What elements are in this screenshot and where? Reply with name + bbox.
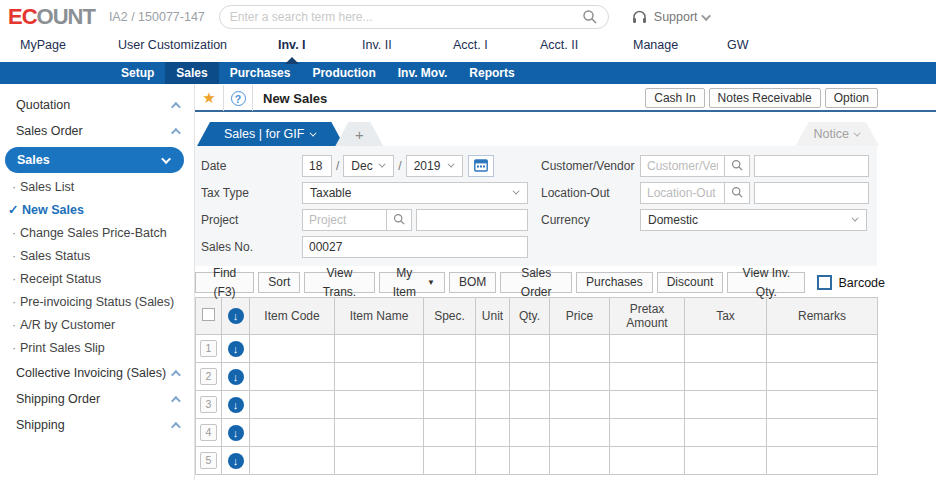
project-code-input[interactable] xyxy=(302,209,387,231)
item-name-cell[interactable] xyxy=(335,447,424,475)
date-day-input[interactable] xyxy=(302,155,332,177)
menu-purchases[interactable]: Purchases xyxy=(219,62,302,84)
discount-button[interactable]: Discount xyxy=(657,272,724,293)
option-button[interactable]: Option xyxy=(825,88,878,108)
sidebar-item-change-sales-price-batch[interactable]: ·Change Sales Price-Batch xyxy=(0,222,194,245)
pretax-amount-cell[interactable] xyxy=(610,391,685,419)
unit-cell[interactable] xyxy=(476,447,510,475)
qty-cell[interactable] xyxy=(510,363,550,391)
spec-cell[interactable] xyxy=(424,363,476,391)
unit-cell[interactable] xyxy=(476,391,510,419)
price-cell[interactable] xyxy=(550,447,610,475)
remarks-cell[interactable] xyxy=(767,335,878,363)
customer-code-input[interactable] xyxy=(640,155,725,177)
sales-order-button[interactable]: Sales Order xyxy=(500,272,572,293)
tab-sales-for-gif[interactable]: Sales | for GIF xyxy=(197,122,344,146)
sidebar-item-shipping[interactable]: Shipping xyxy=(0,412,194,438)
menu-reports[interactable]: Reports xyxy=(458,62,525,84)
add-tab-button[interactable]: + xyxy=(335,122,383,146)
view-inv-qty-button[interactable]: View Inv. Qty. xyxy=(727,272,805,293)
item-name-cell[interactable] xyxy=(335,419,424,447)
customer-search-button[interactable] xyxy=(725,155,750,177)
location-code-input[interactable] xyxy=(640,182,725,204)
remarks-cell[interactable] xyxy=(767,391,878,419)
qty-cell[interactable] xyxy=(510,391,550,419)
sidebar-item-sales[interactable]: Sales xyxy=(5,147,184,173)
row-number-button[interactable]: 3 xyxy=(200,396,217,413)
search-input[interactable] xyxy=(230,10,582,24)
nav-inv-2[interactable]: Inv. II xyxy=(362,38,392,52)
item-code-cell[interactable] xyxy=(250,335,335,363)
price-cell[interactable] xyxy=(550,419,610,447)
price-cell[interactable] xyxy=(550,335,610,363)
sidebar-item-collective-invoicing[interactable]: Collective Invoicing (Sales) xyxy=(0,360,194,386)
price-cell[interactable] xyxy=(550,391,610,419)
spec-cell[interactable] xyxy=(424,419,476,447)
item-name-cell[interactable] xyxy=(335,363,424,391)
row-expand-icon[interactable]: ↓ xyxy=(228,341,244,357)
row-expand-icon[interactable]: ↓ xyxy=(228,453,244,469)
sidebar-item-shipping-order[interactable]: Shipping Order xyxy=(0,386,194,412)
nav-mypage[interactable]: MyPage xyxy=(20,38,66,52)
row-number-button[interactable]: 5 xyxy=(200,452,217,469)
date-year-select[interactable]: 2019 xyxy=(406,155,463,177)
view-trans-button[interactable]: View Trans. xyxy=(304,272,374,293)
tax-cell[interactable] xyxy=(685,419,767,447)
my-item-button[interactable]: My Item ▼ xyxy=(379,272,445,293)
sidebar-item-print-sales-slip[interactable]: ·Print Sales Slip xyxy=(0,337,194,360)
tax-type-select[interactable]: Taxable xyxy=(302,182,528,204)
row-expand-icon[interactable]: ↓ xyxy=(228,397,244,413)
sidebar-item-sales-order[interactable]: Sales Order xyxy=(0,118,194,144)
spec-cell[interactable] xyxy=(424,447,476,475)
remarks-cell[interactable] xyxy=(767,363,878,391)
help-button[interactable]: ? xyxy=(224,85,253,111)
item-name-cell[interactable] xyxy=(335,335,424,363)
row-number-button[interactable]: 4 xyxy=(200,424,217,441)
notes-receivable-button[interactable]: Notes Receivable xyxy=(709,88,821,108)
bom-button[interactable]: BOM xyxy=(449,272,496,293)
nav-inv-1[interactable]: Inv. I xyxy=(278,38,306,52)
row-number-button[interactable]: 1 xyxy=(200,340,217,357)
tax-cell[interactable] xyxy=(685,335,767,363)
spec-cell[interactable] xyxy=(424,391,476,419)
currency-select[interactable]: Domestic xyxy=(640,209,867,231)
qty-cell[interactable] xyxy=(510,419,550,447)
tax-cell[interactable] xyxy=(685,363,767,391)
support-menu[interactable]: Support xyxy=(631,9,711,25)
item-name-cell[interactable] xyxy=(335,391,424,419)
item-code-cell[interactable] xyxy=(250,447,335,475)
purchases-button[interactable]: Purchases xyxy=(576,272,653,293)
customer-name-input[interactable] xyxy=(754,155,869,177)
tax-cell[interactable] xyxy=(685,447,767,475)
menu-inv-mov[interactable]: Inv. Mov. xyxy=(387,62,459,84)
location-name-input[interactable] xyxy=(754,182,869,204)
row-number-button[interactable]: 2 xyxy=(200,368,217,385)
global-search[interactable] xyxy=(219,5,609,29)
item-code-cell[interactable] xyxy=(250,391,335,419)
sidebar-item-new-sales[interactable]: ✓New Sales xyxy=(0,199,194,222)
unit-cell[interactable] xyxy=(476,419,510,447)
pretax-amount-cell[interactable] xyxy=(610,335,685,363)
tax-cell[interactable] xyxy=(685,391,767,419)
item-code-cell[interactable] xyxy=(250,419,335,447)
sort-button[interactable]: Sort xyxy=(258,272,300,293)
nav-manage[interactable]: Manage xyxy=(633,38,678,52)
select-all-checkbox[interactable] xyxy=(202,308,215,321)
remarks-cell[interactable] xyxy=(767,419,878,447)
favorite-button[interactable]: ★ xyxy=(195,85,224,111)
sidebar-item-quotation[interactable]: Quotation xyxy=(0,92,194,118)
qty-cell[interactable] xyxy=(510,335,550,363)
project-name-input[interactable] xyxy=(416,209,528,231)
pretax-amount-cell[interactable] xyxy=(610,363,685,391)
date-month-select[interactable]: Dec xyxy=(343,155,394,177)
search-icon[interactable] xyxy=(582,9,598,25)
unit-cell[interactable] xyxy=(476,363,510,391)
spec-cell[interactable] xyxy=(424,335,476,363)
barcode-checkbox[interactable] xyxy=(817,275,832,290)
find-button[interactable]: Find (F3) xyxy=(195,272,254,293)
price-cell[interactable] xyxy=(550,363,610,391)
row-expand-icon[interactable]: ↓ xyxy=(228,369,244,385)
nav-acct-1[interactable]: Acct. I xyxy=(453,38,488,52)
cash-in-button[interactable]: Cash In xyxy=(645,88,704,108)
ecount-logo[interactable]: ECOUNT xyxy=(8,4,95,30)
